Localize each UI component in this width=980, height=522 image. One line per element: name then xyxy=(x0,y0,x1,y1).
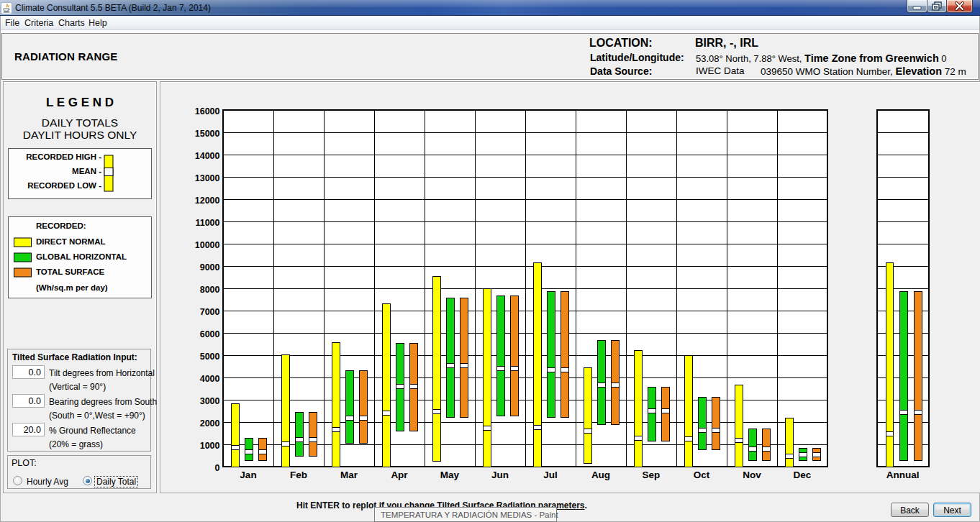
svg-text:Jul: Jul xyxy=(543,470,558,480)
svg-text:Oct: Oct xyxy=(694,470,710,480)
svg-text:0: 0 xyxy=(215,463,220,473)
svg-text:3000: 3000 xyxy=(200,396,220,406)
svg-text:Feb: Feb xyxy=(290,470,307,480)
svg-text:4000: 4000 xyxy=(200,374,220,384)
svg-text:Mar: Mar xyxy=(340,470,358,480)
svg-text:Jan: Jan xyxy=(240,470,256,480)
svg-text:6000: 6000 xyxy=(200,329,220,339)
svg-text:Apr: Apr xyxy=(391,470,408,480)
svg-text:8000: 8000 xyxy=(200,285,220,295)
svg-text:1000: 1000 xyxy=(200,441,220,451)
svg-text:Dec: Dec xyxy=(794,470,812,480)
svg-text:7000: 7000 xyxy=(200,307,220,317)
svg-text:Nov: Nov xyxy=(743,470,761,480)
svg-text:15000: 15000 xyxy=(195,129,220,139)
svg-text:14000: 14000 xyxy=(195,151,220,161)
svg-text:Annual: Annual xyxy=(886,470,920,480)
svg-text:12000: 12000 xyxy=(195,196,220,206)
svg-text:May: May xyxy=(440,470,460,480)
svg-text:16000: 16000 xyxy=(195,106,220,116)
svg-text:Aug: Aug xyxy=(591,470,610,480)
svg-text:Sep: Sep xyxy=(643,470,661,480)
svg-text:2000: 2000 xyxy=(200,418,220,429)
svg-text:Jun: Jun xyxy=(491,470,509,480)
svg-text:13000: 13000 xyxy=(195,173,220,183)
svg-text:9000: 9000 xyxy=(200,262,220,273)
svg-text:5000: 5000 xyxy=(200,352,220,362)
svg-text:11000: 11000 xyxy=(195,218,219,228)
svg-text:10000: 10000 xyxy=(195,240,220,250)
